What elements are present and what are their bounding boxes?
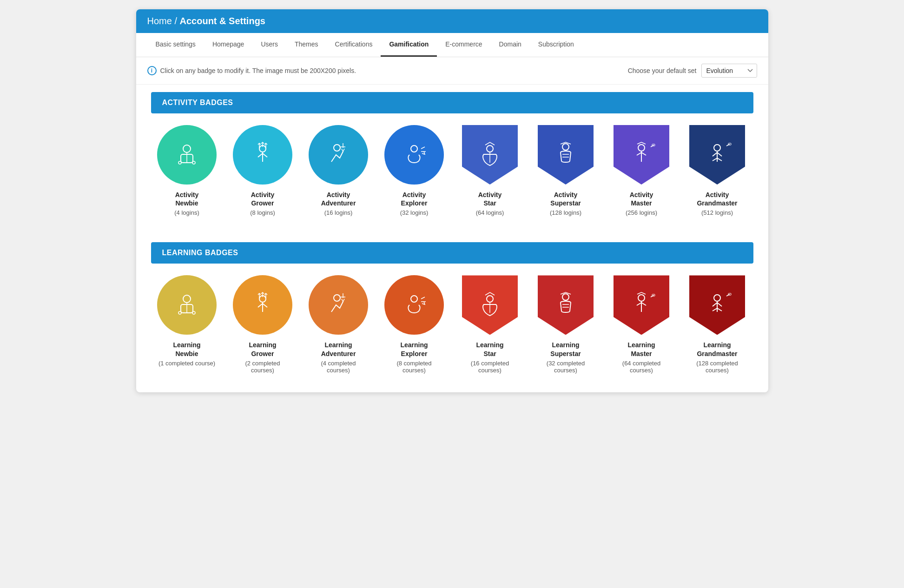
badge-icon-activity-newbie: [157, 125, 217, 185]
svg-line-45: [263, 304, 267, 307]
badge-activity-newbie[interactable]: ActivityNewbie (4 logins): [157, 125, 217, 216]
badge-learning-master[interactable]: LearningMaster (64 completedcourses): [611, 275, 672, 373]
svg-point-49: [334, 295, 340, 301]
badge-name-learning-adventurer: LearningAdventurer: [321, 341, 356, 357]
badge-name-activity-star: ActivityStar: [478, 191, 502, 207]
tab-domain[interactable]: Domain: [491, 33, 530, 57]
svg-line-7: [258, 153, 263, 157]
svg-line-16: [421, 147, 425, 149]
activity-badges-grid: ActivityNewbie (4 logins): [144, 113, 761, 227]
badge-icon-learning-newbie: [157, 275, 217, 335]
page-container: Home / Account & Settings Basic settings…: [136, 9, 768, 392]
svg-line-69: [717, 303, 722, 306]
badge-learning-explorer[interactable]: LearningExplorer (8 completedcourses): [384, 275, 444, 373]
badge-activity-explorer[interactable]: ActivityExplorer (32 logins): [384, 125, 444, 216]
tab-subscription[interactable]: Subscription: [530, 33, 582, 57]
tab-gamification[interactable]: Gamification: [381, 33, 437, 57]
badge-sub-learning-adventurer: (4 completedcourses): [321, 360, 356, 374]
badge-icon-activity-grandmaster: [687, 125, 747, 185]
tab-homepage[interactable]: Homepage: [204, 33, 253, 57]
badge-learning-adventurer[interactable]: LearningAdventurer (4 completedcourses): [308, 275, 369, 373]
badge-icon-learning-star: [460, 275, 520, 335]
badge-activity-star[interactable]: ActivityStar (64 logins): [460, 125, 520, 216]
tab-certifications[interactable]: Certifications: [327, 33, 381, 57]
badge-sub-learning-newbie: (1 completed course): [158, 360, 215, 367]
svg-point-52: [411, 296, 417, 302]
badge-name-learning-superstar: LearningSuperstar: [550, 341, 581, 357]
badge-name-learning-newbie: LearningNewbie: [173, 341, 200, 357]
badge-name-activity-grandmaster: ActivityGrandmaster: [697, 191, 737, 207]
svg-point-66: [714, 295, 720, 301]
tab-basic-settings[interactable]: Basic settings: [147, 33, 204, 57]
badge-activity-grandmaster[interactable]: ActivityGrandmaster (512 logins): [687, 125, 747, 216]
badge-icon-learning-grandmaster: [687, 275, 747, 335]
badge-learning-newbie[interactable]: LearningNewbie (1 completed course): [157, 275, 217, 366]
badge-learning-grower[interactable]: LearningGrower (2 completedcourses): [232, 275, 293, 373]
badge-icon-activity-grower: [232, 125, 293, 185]
info-bar: i Click on any badge to modify it. The i…: [136, 57, 768, 85]
badge-name-activity-master: ActivityMaster: [630, 191, 653, 207]
tabs-bar: Basic settings Homepage Users Themes Cer…: [136, 33, 768, 57]
badge-sub-learning-grower: (2 completedcourses): [245, 360, 280, 374]
svg-line-26: [641, 152, 646, 155]
badge-icon-activity-explorer: [384, 125, 444, 185]
badge-icon-activity-master: [611, 125, 672, 185]
badge-sub-learning-superstar: (32 completedcourses): [547, 360, 585, 374]
badge-icon-activity-superstar: [535, 125, 596, 185]
badge-sub-learning-star: (16 completedcourses): [471, 360, 509, 374]
badge-sub-activity-superstar: (128 logins): [550, 209, 581, 216]
svg-line-63: [641, 303, 646, 305]
svg-point-20: [562, 144, 569, 150]
info-message: Click on any badge to modify it. The ima…: [160, 67, 356, 74]
svg-point-41: [192, 311, 195, 314]
svg-line-25: [637, 152, 641, 155]
svg-point-4: [192, 161, 195, 164]
svg-point-3: [178, 161, 181, 164]
svg-line-33: [713, 158, 717, 161]
badge-sub-learning-explorer: (8 completedcourses): [396, 360, 431, 374]
badge-name-activity-superstar: ActivitySuperstar: [550, 191, 581, 207]
badge-icon-learning-explorer: [384, 275, 444, 335]
badge-sub-activity-newbie: (4 logins): [174, 209, 199, 216]
activity-badges-title: ACTIVITY BADGES: [162, 99, 233, 106]
badge-sub-learning-grandmaster: (128 completedcourses): [696, 360, 738, 374]
default-set-area: Choose your default set Evolution Classi…: [628, 64, 757, 78]
tab-users[interactable]: Users: [252, 33, 286, 57]
svg-point-12: [334, 145, 340, 151]
page-header: Home / Account & Settings: [136, 9, 768, 33]
badge-sub-activity-grandmaster: (512 logins): [701, 209, 733, 216]
badge-learning-grandmaster[interactable]: LearningGrandmaster (128 completedcourse…: [687, 275, 747, 373]
learning-badges-section: LEARNING BADGES LearningNe: [136, 235, 768, 392]
badge-sub-activity-grower: (8 logins): [250, 209, 275, 216]
info-message-area: i Click on any badge to modify it. The i…: [147, 66, 356, 75]
badge-learning-star[interactable]: LearningStar (16 completedcourses): [460, 275, 520, 373]
badge-name-activity-adventurer: ActivityAdventurer: [321, 191, 356, 207]
default-set-select[interactable]: Evolution Classic Modern: [701, 64, 757, 78]
breadcrumb-home[interactable]: Home: [147, 16, 172, 26]
svg-line-71: [717, 308, 722, 311]
badge-name-activity-explorer: ActivityExplorer: [401, 191, 428, 207]
tab-themes[interactable]: Themes: [286, 33, 327, 57]
learning-badges-grid: LearningNewbie (1 completed course): [144, 264, 761, 384]
badge-name-activity-grower: ActivityGrower: [251, 191, 275, 207]
default-set-label: Choose your default set: [628, 67, 697, 74]
badge-sub-activity-star: (64 logins): [476, 209, 504, 216]
svg-point-55: [487, 296, 493, 302]
badge-icon-learning-grower: [232, 275, 293, 335]
badge-activity-grower[interactable]: ActivityGrower (8 logins): [232, 125, 293, 216]
badge-activity-superstar[interactable]: ActivitySuperstar (128 logins): [535, 125, 596, 216]
svg-point-0: [183, 145, 191, 152]
badge-sub-activity-master: (256 logins): [626, 209, 657, 216]
badge-name-learning-grandmaster: LearningGrandmaster: [697, 341, 737, 357]
tab-ecommerce[interactable]: E-commerce: [437, 33, 490, 57]
badge-activity-master[interactable]: ActivityMaster (256 logins): [611, 125, 672, 216]
svg-line-8: [263, 153, 267, 157]
svg-point-37: [183, 295, 191, 303]
badge-sub-learning-master: (64 completedcourses): [622, 360, 660, 374]
activity-badges-header: ACTIVITY BADGES: [151, 92, 753, 113]
svg-point-23: [638, 145, 645, 151]
svg-point-60: [638, 295, 645, 301]
svg-point-29: [714, 145, 720, 151]
badge-learning-superstar[interactable]: LearningSuperstar (32 completedcourses): [535, 275, 596, 373]
badge-activity-adventurer[interactable]: ActivityAdventurer (16 logins): [308, 125, 369, 216]
